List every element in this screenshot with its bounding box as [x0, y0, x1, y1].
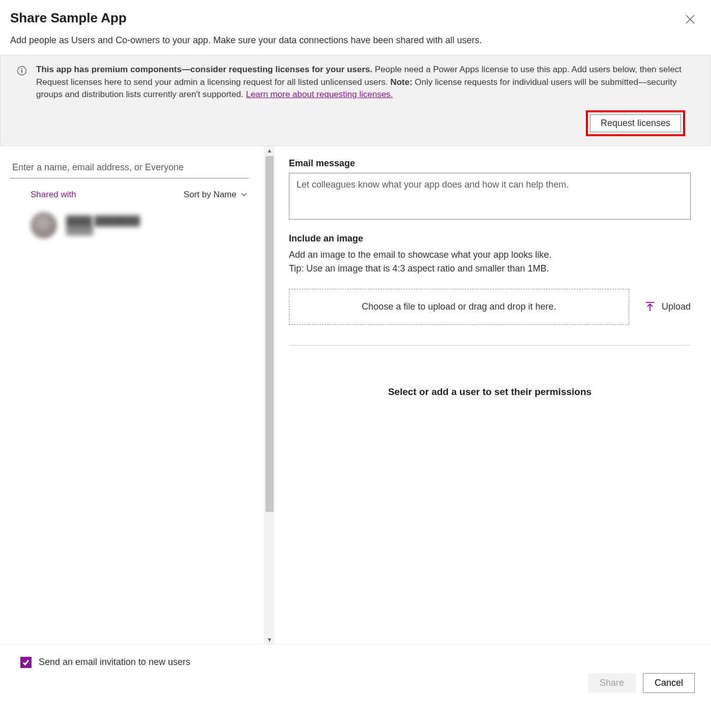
dialog-title: Share Sample App [10, 10, 701, 26]
shared-user-item[interactable]: ████ ███████ █████ [10, 200, 249, 238]
info-icon [17, 66, 27, 76]
banner-note-label: Note: [390, 77, 412, 87]
shared-with-label: Shared with [31, 190, 76, 200]
details-panel: Email message Include an image Add an im… [275, 146, 711, 644]
sort-by-label: Sort by Name [184, 190, 236, 200]
svg-rect-4 [21, 70, 22, 73]
share-button: Share [588, 673, 636, 693]
request-licenses-highlight: Request licenses [586, 110, 685, 136]
upload-label: Upload [662, 301, 691, 312]
include-image-label: Include an image [289, 233, 691, 244]
divider [289, 345, 691, 346]
checkmark-icon [22, 658, 30, 666]
learn-more-link[interactable]: Learn more about requesting licenses. [246, 89, 393, 99]
cancel-button[interactable]: Cancel [643, 673, 695, 693]
user-role: █████ [66, 226, 140, 235]
image-help-1: Add an image to the email to showcase wh… [289, 248, 691, 262]
chevron-down-icon [241, 192, 248, 197]
banner-bold-text: This app has premium components—consider… [36, 65, 372, 74]
close-button[interactable] [682, 11, 698, 27]
people-panel: Shared with Sort by Name ████ ███████ ██… [0, 146, 264, 644]
sort-by-dropdown[interactable]: Sort by Name [184, 190, 248, 200]
scroll-thumb[interactable] [265, 156, 274, 512]
user-name: ████ ███████ [66, 216, 140, 226]
file-dropzone[interactable]: Choose a file to upload or drag and drop… [289, 289, 629, 325]
upload-button[interactable]: Upload [644, 301, 691, 312]
license-info-banner: This app has premium components—consider… [0, 55, 711, 146]
scrollbar[interactable]: ▲ ▼ [264, 146, 275, 644]
select-user-prompt: Select or add a user to set their permis… [289, 386, 691, 398]
email-message-label: Email message [289, 158, 691, 169]
send-email-label: Send an email invitation to new users [39, 657, 190, 668]
avatar [31, 212, 57, 238]
image-help-2: Tip: Use an image that is 4:3 aspect rat… [289, 262, 691, 276]
people-search-input[interactable] [10, 156, 249, 178]
email-message-input[interactable] [289, 173, 691, 220]
send-email-checkbox[interactable] [20, 657, 32, 668]
close-icon [686, 15, 695, 24]
upload-icon [644, 301, 656, 312]
dialog-subtitle: Add people as Users and Co-owners to you… [0, 31, 711, 55]
svg-point-3 [21, 68, 22, 69]
scroll-up-arrow-icon[interactable]: ▲ [264, 146, 275, 155]
request-licenses-button[interactable]: Request licenses [590, 114, 681, 132]
scroll-down-arrow-icon[interactable]: ▼ [264, 635, 275, 644]
